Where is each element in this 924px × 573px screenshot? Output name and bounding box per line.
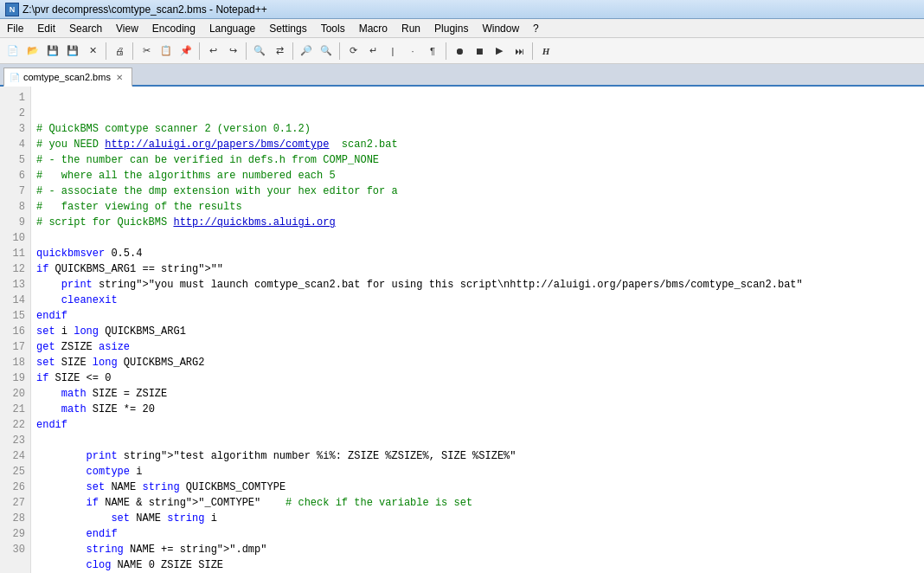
code-line-16: set SIZE long QUICKBMS_ARG2 [36,355,919,370]
line-number-19: 19 [5,370,25,386]
code-line-27: endif [36,526,919,542]
line-number-25: 25 [5,464,25,480]
zoom-out-button[interactable]: 🔍 [317,42,336,61]
code-line-5: # - associate the dmp extension with you… [36,183,919,199]
code-line-15: get ZSIZE asize [36,339,919,355]
print-button[interactable]: 🖨 [110,42,129,61]
menu-item-run[interactable]: Run [395,21,427,36]
indent-guide-button[interactable]: | [383,42,402,61]
line-numbers: 1234567891011121314151617181920212223242… [0,87,31,573]
line-number-21: 21 [5,402,25,417]
toolbar-sep-8 [532,42,533,60]
tab-label: comtype_scan2.bms [23,72,111,82]
menu-item-?[interactable]: ? [526,21,546,36]
line-number-20: 20 [5,386,25,402]
redo-button[interactable]: ↪ [223,42,242,61]
sync-button[interactable]: ⟳ [343,42,363,61]
tab-close-button[interactable]: ✕ [114,73,125,82]
code-line-23: comtype i [36,464,919,480]
toolbar-sep-2 [132,42,133,60]
line-number-14: 14 [5,293,25,308]
save-all-button[interactable]: 💾 [63,42,82,61]
menu-item-tools[interactable]: Tools [314,21,352,36]
line-number-22: 22 [5,417,25,433]
wrap-button[interactable]: ↵ [363,42,382,61]
code-line-12: cleanexit [36,293,919,308]
code-line-24: set NAME string QUICKBMS_COMTYPE [36,480,919,495]
toolbar-sep-3 [199,42,200,60]
code-line-9: quickbmsver 0.5.4 [36,246,919,261]
line-number-26: 26 [5,480,25,495]
toolbar: 📄 📂 💾 💾 ✕ 🖨 ✂ 📋 📌 ↩ ↪ 🔍 ⇄ 🔎 🔍 ⟳ ↵ | · ¶ … [0,38,924,64]
code-line-21 [36,433,919,448]
code-line-14: set i long QUICKBMS_ARG1 [36,324,919,339]
macro-rec-button[interactable]: ⏺ [450,42,469,61]
toolbar-sep-4 [246,42,247,60]
menu-item-search[interactable]: Search [62,21,109,36]
line-number-23: 23 [5,433,25,448]
line-number-3: 3 [5,121,25,137]
line-number-4: 4 [5,137,25,152]
macro-save-button[interactable]: ⏭ [510,42,529,61]
line-number-9: 9 [5,215,25,230]
line-number-12: 12 [5,261,25,277]
eol-button[interactable]: ¶ [423,42,442,61]
app-icon: N [5,3,19,16]
run-button[interactable]: H [536,42,555,61]
paste-button[interactable]: 📌 [176,42,196,61]
menu-item-view[interactable]: View [109,21,145,36]
code-line-20: endif [36,417,919,433]
code-line-2: # you NEED http://aluigi.org/papers/bms/… [36,137,919,152]
code-line-4: # where all the algorithms are numbered … [36,168,919,183]
title-bar: N Z:\pvr decompress\comtype_scan2.bms - … [0,0,924,19]
zoom-in-button[interactable]: 🔎 [297,42,316,61]
line-number-30: 30 [5,542,25,557]
code-line-1: # QuickBMS comtype scanner 2 (version 0.… [36,121,919,137]
editor: 1234567891011121314151617181920212223242… [0,87,924,573]
line-number-8: 8 [5,199,25,215]
line-number-1: 1 [5,90,25,106]
tab-bar: 📄 comtype_scan2.bms ✕ [0,64,924,87]
code-line-18: math SIZE = ZSIZE [36,386,919,402]
code-line-10: if QUICKBMS_ARG1 == string">"" [36,261,919,277]
open-button[interactable]: 📂 [23,42,42,61]
close-button[interactable]: ✕ [83,42,102,61]
macro-stop-button[interactable]: ⏹ [470,42,489,61]
menu-item-plugins[interactable]: Plugins [427,21,475,36]
menu-item-settings[interactable]: Settings [262,21,313,36]
code-line-17: if SIZE <= 0 [36,370,919,386]
line-number-13: 13 [5,277,25,293]
line-number-17: 17 [5,339,25,355]
macro-play-button[interactable]: ▶ [490,42,509,61]
tab-comtype-scan2[interactable]: 📄 comtype_scan2.bms ✕ [3,68,132,87]
code-line-11: print string">"you must launch comtype_s… [36,277,919,293]
line-number-18: 18 [5,355,25,370]
menu-bar: FileEditSearchViewEncodingLanguageSettin… [0,19,924,38]
toolbar-sep-5 [292,42,293,60]
cut-button[interactable]: ✂ [137,42,156,61]
replace-button[interactable]: ⇄ [270,42,289,61]
code-line-7: # script for QuickBMS http://quickbms.al… [36,215,919,230]
menu-item-edit[interactable]: Edit [30,21,62,36]
toolbar-sep-7 [446,42,446,60]
code-line-29: clog NAME 0 ZSIZE SIZE [36,557,919,573]
code-line-3: # - the number can be verified in defs.h… [36,152,919,168]
line-number-6: 6 [5,168,25,183]
menu-item-language[interactable]: Language [202,21,262,36]
code-line-8 [36,230,919,246]
whitespace-button[interactable]: · [403,42,422,61]
line-number-2: 2 [5,106,25,121]
code-line-28: string NAME += string">".dmp" [36,542,919,557]
menu-item-macro[interactable]: Macro [352,21,395,36]
find-button[interactable]: 🔍 [250,42,269,61]
new-button[interactable]: 📄 [3,42,22,61]
menu-item-encoding[interactable]: Encoding [145,21,202,36]
line-number-29: 29 [5,526,25,542]
copy-button[interactable]: 📋 [157,42,176,61]
undo-button[interactable]: ↩ [203,42,222,61]
save-button[interactable]: 💾 [43,42,62,61]
menu-item-file[interactable]: File [0,21,30,36]
code-content[interactable]: # QuickBMS comtype scanner 2 (version 0.… [31,87,924,573]
line-number-10: 10 [5,230,25,246]
menu-item-window[interactable]: Window [475,21,526,36]
